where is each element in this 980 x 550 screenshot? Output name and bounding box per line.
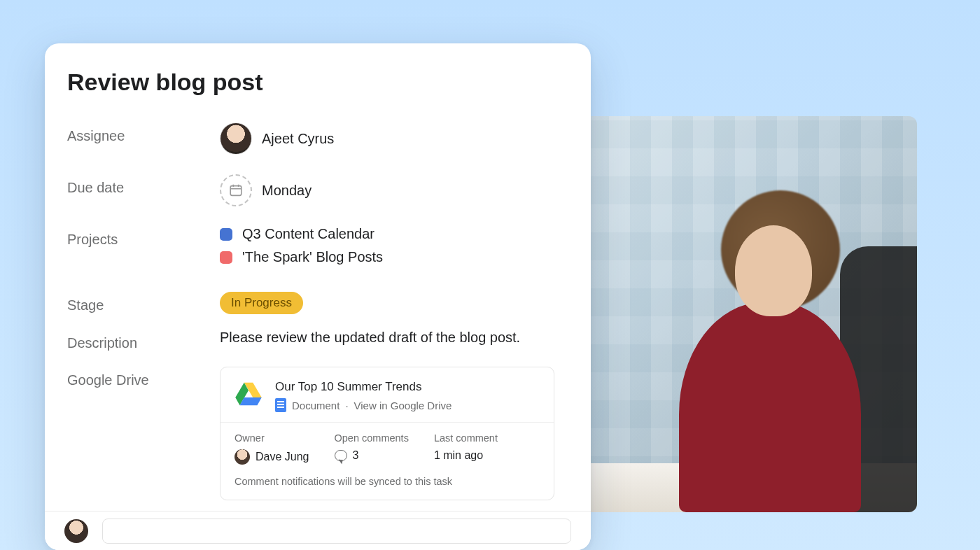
assignee-value[interactable]: Ajeet Cyrus [220, 122, 568, 155]
comment-composer-bar [45, 511, 591, 550]
dot-separator: · [345, 400, 348, 411]
comment-input[interactable] [102, 519, 571, 544]
last-comment-value: 1 min ago [434, 449, 498, 462]
project-item-spark[interactable]: 'The Spark' Blog Posts [220, 249, 568, 265]
owner-avatar [234, 449, 250, 465]
google-drive-row: Google Drive Our Top 10 Summer Trends [67, 367, 568, 500]
stage-pill[interactable]: In Progress [220, 292, 303, 314]
google-drive-label: Google Drive [67, 367, 220, 388]
google-doc-icon [275, 398, 286, 412]
projects-label: Projects [67, 226, 220, 248]
project-item-q3[interactable]: Q3 Content Calendar [220, 226, 568, 242]
drive-sync-note: Comment notifications will be synced to … [220, 470, 554, 500]
comment-icon [335, 450, 347, 461]
description-row: Description Please review the updated dr… [67, 330, 568, 351]
project-color-chip [220, 228, 232, 241]
due-date-value[interactable]: Monday [220, 174, 568, 206]
due-date-row: Due date Monday [67, 174, 568, 206]
view-in-drive-link[interactable]: View in Google Drive [354, 400, 452, 411]
assignee-avatar [220, 122, 252, 155]
projects-value: Q3 Content Calendar 'The Spark' Blog Pos… [220, 226, 568, 272]
owner-label: Owner [234, 432, 309, 444]
drive-last-comment-col: Last comment 1 min ago [434, 432, 498, 465]
due-date-text: Monday [262, 183, 312, 199]
owner-name: Dave Jung [255, 451, 309, 463]
current-user-avatar [64, 519, 88, 543]
svg-rect-0 [230, 186, 241, 196]
open-comments-count: 3 [353, 449, 359, 462]
google-drive-icon [234, 381, 262, 407]
task-title: Review blog post [67, 69, 568, 96]
due-date-label: Due date [67, 174, 220, 196]
stage-row: Stage In Progress [67, 292, 568, 314]
stage-label: Stage [67, 292, 220, 313]
project-name: Q3 Content Calendar [242, 226, 374, 242]
projects-row: Projects Q3 Content Calendar 'The Spark'… [67, 226, 568, 272]
drive-owner-col: Owner Dave Jung [234, 432, 309, 465]
drive-file-type: Document [292, 400, 340, 411]
assignee-label: Assignee [67, 122, 220, 144]
last-comment-label: Last comment [434, 432, 498, 444]
photo-person [665, 204, 875, 512]
description-label: Description [67, 330, 220, 351]
drive-comments-col: Open comments 3 [335, 432, 409, 465]
calendar-icon [220, 174, 252, 206]
drive-attachment-card[interactable]: Our Top 10 Summer Trends Document · View… [220, 367, 554, 500]
description-text[interactable]: Please review the updated draft of the b… [220, 330, 568, 346]
assignee-row: Assignee Ajeet Cyrus [67, 122, 568, 155]
task-detail-card: Review blog post Assignee Ajeet Cyrus Du… [45, 43, 591, 550]
project-color-chip [220, 251, 232, 264]
project-name: 'The Spark' Blog Posts [242, 249, 383, 265]
assignee-name: Ajeet Cyrus [262, 131, 334, 147]
open-comments-label: Open comments [335, 432, 409, 444]
drive-file-title: Our Top 10 Summer Trends [275, 380, 540, 394]
